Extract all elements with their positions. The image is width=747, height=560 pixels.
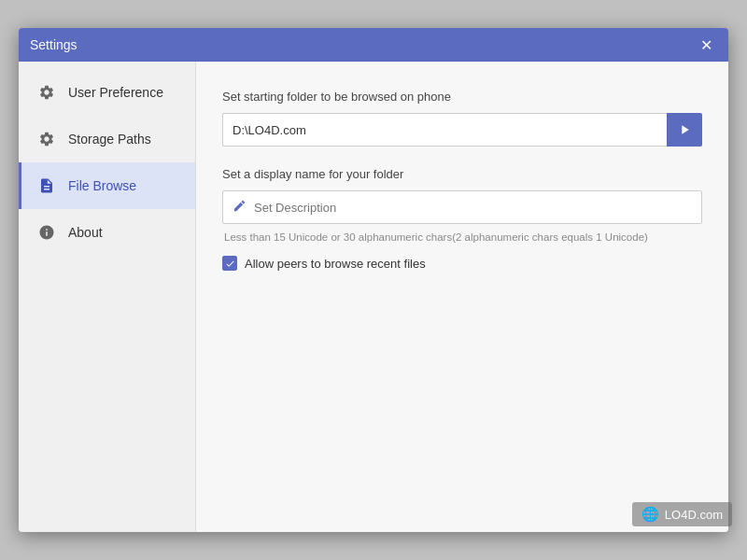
allow-peers-label: Allow peers to browse recent files [245,257,426,271]
doc-icon [36,175,57,196]
gear-icon [36,82,57,103]
folder-row [222,113,702,147]
folder-section-label: Set starting folder to be browsed on pho… [222,90,702,104]
sidebar-item-user-preference[interactable]: User Preference [19,69,195,116]
desc-row [222,190,702,224]
folder-browse-button[interactable] [667,113,702,147]
sidebar-item-about[interactable]: About [19,209,195,256]
sidebar-item-label: File Browse [68,178,136,193]
sidebar-item-file-browse[interactable]: File Browse [19,162,195,209]
allow-peers-checkbox[interactable] [222,256,237,271]
window-content: User Preference Storage Paths File Brows… [19,62,728,532]
desc-input[interactable] [254,201,692,215]
folder-input[interactable] [222,113,667,147]
sidebar-item-label: User Preference [68,85,163,100]
sidebar: User Preference Storage Paths File Brows… [19,62,196,532]
sidebar-item-label: About [68,225,103,240]
window-title: Settings [30,37,78,52]
sidebar-item-label: Storage Paths [68,132,151,147]
main-content: Set starting folder to be browsed on pho… [196,62,728,532]
gear2-icon [36,129,57,149]
title-bar: Settings ✕ [19,28,728,62]
checkbox-row[interactable]: Allow peers to browse recent files [222,256,702,271]
sidebar-item-storage-paths[interactable]: Storage Paths [19,116,195,162]
close-button[interactable]: ✕ [695,34,717,56]
settings-window: Settings ✕ User Preference Storage Paths [19,28,728,532]
hint-text: Less than 15 Unicode or 30 alphanumeric … [222,231,702,243]
desc-section-label: Set a display name for your folder [222,167,702,181]
info-icon [36,222,57,243]
edit-icon [233,199,247,216]
